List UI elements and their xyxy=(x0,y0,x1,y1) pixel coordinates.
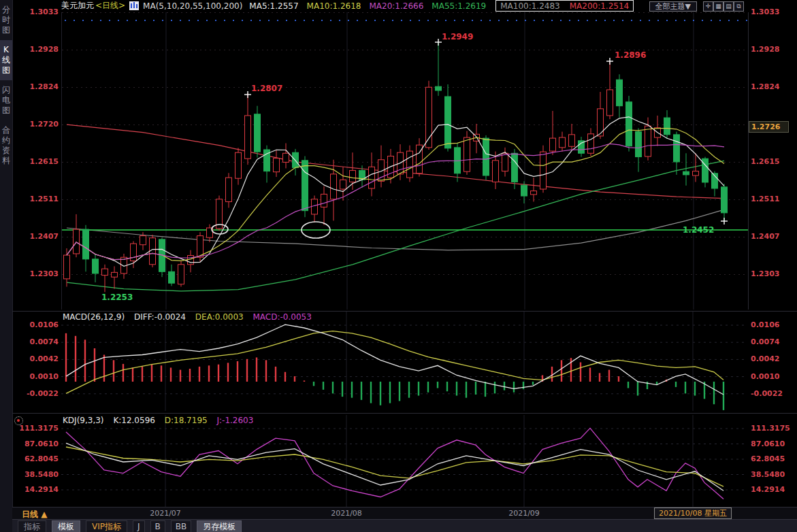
header-controls: 全部主题▼ ✛▦▤⧉ xyxy=(649,1,744,12)
tab-bb[interactable]: BB xyxy=(171,520,191,532)
kdj-axis-label: 87.0610 xyxy=(751,439,785,448)
period-tag: <日线> xyxy=(95,0,125,12)
sidebar-item-time-chart[interactable]: 分时图 xyxy=(0,0,12,40)
macd-chart[interactable] xyxy=(61,312,747,411)
bottom-toolbar: 指标模板VIP指标JBBB另存模板 xyxy=(12,519,797,532)
crosshair-icon[interactable]: ✛ xyxy=(703,1,713,12)
ma-value-4: MA100:1.2483 xyxy=(500,1,560,11)
panel-separator xyxy=(12,413,797,414)
ma-highlight-box: MA100:1.2483MA200:1.2514 xyxy=(495,0,634,12)
date-tick: 2021/09 xyxy=(508,509,540,518)
price-axis-label: 1.2407 xyxy=(751,232,779,241)
macd-axis-label: 0.0106 xyxy=(751,320,779,329)
price-axis-label: 1.2615 xyxy=(14,157,59,166)
kdj-settings-icon[interactable] xyxy=(14,416,23,425)
tab-template[interactable]: 模板 xyxy=(52,520,80,532)
svg-text:1.2807: 1.2807 xyxy=(251,84,282,93)
all-themes-button[interactable]: 全部主题▼ xyxy=(649,1,697,12)
price-axis-label: 1.2824 xyxy=(14,82,59,91)
chart-scale-icon[interactable]: ▤ xyxy=(723,1,734,12)
macd-axis-label: -0.0022 xyxy=(14,389,59,398)
kdj-j-value: J:-1.2603 xyxy=(216,416,253,425)
kdj-axis-label: 111.3175 xyxy=(14,424,59,433)
tab-indicators[interactable]: 指标 xyxy=(18,520,46,532)
macd-diff-value: DIFF:-0.0024 xyxy=(134,312,186,322)
macd-axis-label: 0.0042 xyxy=(751,354,779,363)
svg-text:1.2949: 1.2949 xyxy=(442,32,473,41)
macd-axis-label: 0.0074 xyxy=(14,337,59,346)
macd-axis-label: 0.0042 xyxy=(14,354,59,363)
ma-value-0: MA5:1.2557 xyxy=(249,1,298,11)
macd-dea-value: DEA:0.0003 xyxy=(195,312,244,322)
price-axis-label: 1.3033 xyxy=(751,7,779,16)
price-axis-label: 1.2303 xyxy=(751,269,779,278)
date-axis-bar: 日线 ▲ 2021/072021/082021/092021/10/08 星期五 xyxy=(12,507,797,520)
kdj-axis-label: 14.2914 xyxy=(14,485,59,494)
kdj-title: KDJ(9,3,3) xyxy=(63,416,104,425)
ma-value-1: MA10:1.2618 xyxy=(307,1,361,11)
sidebar-item-kline-chart[interactable]: K线图 xyxy=(0,40,12,80)
price-axis-label: 1.2928 xyxy=(14,45,59,54)
svg-text:1.2452: 1.2452 xyxy=(683,225,714,235)
kdj-d-value: D:18.7195 xyxy=(165,416,208,425)
chart-fit-icon[interactable]: ▦ xyxy=(713,1,723,12)
candlestick-chart-icon xyxy=(129,1,139,10)
sidebar-item-contract-info[interactable]: 合约资料 xyxy=(0,120,12,171)
price-axis-label: 1.2615 xyxy=(751,157,779,166)
macd-title: MACD(26,12,9) xyxy=(63,312,125,322)
price-axis-label: 1.2407 xyxy=(14,232,59,241)
symbol-title: 美元加元 xyxy=(61,0,94,12)
ma-value-3: MA55:1.2619 xyxy=(432,1,486,11)
kdj-k-value: K:12.0596 xyxy=(113,416,155,425)
ma-value-2: MA20:1.2666 xyxy=(369,1,423,11)
ma-legend: MA5:1.2557MA10:1.2618MA20:1.2666MA55:1.2… xyxy=(249,0,634,12)
kdj-axis-label: 62.8045 xyxy=(751,454,785,463)
price-axis-label: 1.3033 xyxy=(14,7,59,16)
kdj-axis-label: 111.3175 xyxy=(751,424,790,433)
candlestick-chart[interactable]: 1.28071.29491.28961.22531.2452 xyxy=(61,12,749,310)
macd-header: MACD(26,12,9) DIFF:-0.0024 DEA:0.0003 MA… xyxy=(63,312,312,322)
sidebar-item-flash-chart[interactable]: 闪电图 xyxy=(0,80,12,120)
tab-vip-indicators[interactable]: VIP指标 xyxy=(86,520,127,532)
kdj-chart[interactable] xyxy=(61,415,747,507)
ma-group-label: MA(5,10,20,55,100,200) xyxy=(143,1,242,11)
macd-axis-label: -0.0022 xyxy=(751,389,783,398)
date-tick: 2021/08 xyxy=(331,509,362,518)
kdj-axis-label: 38.5480 xyxy=(751,470,785,479)
kdj-axis-label: 14.2914 xyxy=(751,485,785,494)
chart-export-icon[interactable]: ⧉ xyxy=(734,1,744,12)
price-axis-label: 1.2511 xyxy=(14,195,59,203)
kdj-header: KDJ(9,3,3) K:12.0596 D:18.7195 J:-1.2603 xyxy=(63,416,253,425)
date-tick: 2021/07 xyxy=(150,509,181,518)
kdj-axis-label: 87.0610 xyxy=(14,439,59,448)
macd-axis-label: 0.0106 xyxy=(14,320,59,329)
trading-app-window: 分时图K线图闪电图合约资料 美元加元 <日线> MA(5,10,20,55,10… xyxy=(0,0,797,532)
price-axis-label: 1.2303 xyxy=(14,269,59,278)
kdj-axis-label: 38.5480 xyxy=(14,470,59,479)
macd-axis-label: 0.0010 xyxy=(14,372,59,381)
svg-text:1.2896: 1.2896 xyxy=(615,50,646,60)
macd-axis-label: 0.0074 xyxy=(751,337,779,346)
left-sidebar: 分时图K线图闪电图合约资料 xyxy=(0,0,13,532)
price-axis-label: 1.2928 xyxy=(751,45,779,54)
macd-macd-value: MACD:-0.0053 xyxy=(253,312,312,322)
current-price-tag: 1.2726 xyxy=(749,121,789,133)
price-axis-label: 1.2511 xyxy=(751,195,779,203)
price-axis-label: 1.2824 xyxy=(751,82,779,91)
chart-header: 美元加元 <日线> MA(5,10,20,55,100,200) MA5:1.2… xyxy=(12,0,797,12)
tab-j[interactable]: J xyxy=(133,520,145,532)
price-axis-label: 1.2720 xyxy=(14,120,59,129)
tab-b[interactable]: B xyxy=(150,520,165,532)
date-tick: 2021/10/08 星期五 xyxy=(654,508,732,519)
macd-axis-label: 0.0010 xyxy=(751,372,779,381)
svg-text:1.2253: 1.2253 xyxy=(101,293,133,302)
ma-value-5: MA200:1.2514 xyxy=(570,1,630,11)
header-icon-group: ✛▦▤⧉ xyxy=(703,1,744,12)
tab-save-template[interactable]: 另存模板 xyxy=(197,520,242,532)
kdj-axis-label: 62.8045 xyxy=(14,454,59,463)
